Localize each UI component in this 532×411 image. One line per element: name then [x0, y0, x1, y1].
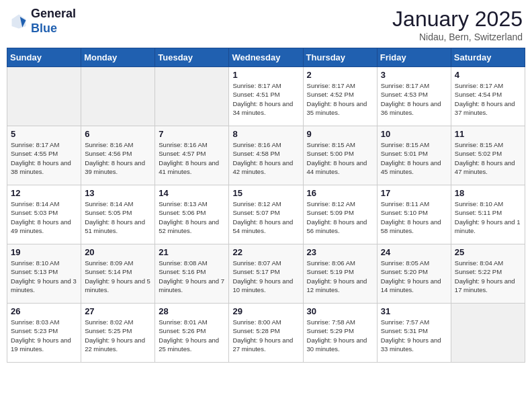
day-number: 27 — [85, 306, 151, 316]
day-info: Sunrise: 8:00 AM Sunset: 5:28 PM Dayligh… — [232, 318, 299, 353]
calendar-cell: 6Sunrise: 8:16 AM Sunset: 4:56 PM Daylig… — [81, 126, 155, 185]
day-info: Sunrise: 8:10 AM Sunset: 5:11 PM Dayligh… — [455, 199, 521, 235]
day-info: Sunrise: 8:04 AM Sunset: 5:22 PM Dayligh… — [455, 259, 521, 294]
day-number: 21 — [159, 247, 225, 257]
calendar-cell: 4Sunrise: 8:17 AM Sunset: 4:54 PM Daylig… — [451, 67, 525, 126]
day-number: 9 — [307, 129, 373, 139]
day-info: Sunrise: 8:16 AM Sunset: 4:57 PM Dayligh… — [159, 140, 225, 176]
calendar-cell — [81, 67, 155, 126]
calendar-cell: 7Sunrise: 8:16 AM Sunset: 4:57 PM Daylig… — [155, 126, 229, 185]
day-of-week-header: Monday — [81, 48, 155, 67]
calendar-week-row: 12Sunrise: 8:14 AM Sunset: 5:03 PM Dayli… — [7, 185, 525, 244]
day-info: Sunrise: 8:08 AM Sunset: 5:16 PM Dayligh… — [159, 259, 225, 294]
page-header: General Blue January 2025 Nidau, Bern, S… — [7, 7, 525, 42]
calendar-cell: 18Sunrise: 8:10 AM Sunset: 5:11 PM Dayli… — [451, 185, 525, 244]
day-info: Sunrise: 8:17 AM Sunset: 4:51 PM Dayligh… — [232, 81, 299, 117]
calendar-cell: 15Sunrise: 8:12 AM Sunset: 5:07 PM Dayli… — [229, 185, 303, 244]
calendar-cell: 19Sunrise: 8:10 AM Sunset: 5:13 PM Dayli… — [7, 244, 81, 304]
day-info: Sunrise: 8:17 AM Sunset: 4:54 PM Dayligh… — [455, 81, 521, 117]
day-info: Sunrise: 8:17 AM Sunset: 4:53 PM Dayligh… — [381, 81, 447, 117]
day-number: 6 — [85, 129, 151, 139]
calendar-cell: 5Sunrise: 8:17 AM Sunset: 4:55 PM Daylig… — [7, 126, 81, 185]
location: Nidau, Bern, Switzerland — [392, 32, 523, 42]
day-info: Sunrise: 8:16 AM Sunset: 4:58 PM Dayligh… — [232, 140, 299, 176]
day-number: 10 — [381, 129, 447, 139]
calendar-cell: 24Sunrise: 8:05 AM Sunset: 5:20 PM Dayli… — [377, 244, 451, 304]
day-number: 19 — [11, 247, 77, 257]
calendar-cell: 22Sunrise: 8:07 AM Sunset: 5:17 PM Dayli… — [229, 244, 303, 304]
day-number: 12 — [11, 188, 77, 198]
calendar-cell: 25Sunrise: 8:04 AM Sunset: 5:22 PM Dayli… — [451, 244, 525, 304]
day-number: 16 — [307, 188, 373, 198]
calendar-cell: 20Sunrise: 8:09 AM Sunset: 5:14 PM Dayli… — [81, 244, 155, 304]
calendar-cell: 16Sunrise: 8:12 AM Sunset: 5:09 PM Dayli… — [303, 185, 377, 244]
day-of-week-header: Wednesday — [229, 48, 303, 67]
calendar-cell — [155, 67, 229, 126]
title-block: January 2025 Nidau, Bern, Switzerland — [392, 7, 523, 42]
calendar-cell: 23Sunrise: 8:06 AM Sunset: 5:19 PM Dayli… — [303, 244, 377, 304]
day-number: 20 — [85, 247, 151, 257]
calendar-body: 1Sunrise: 8:17 AM Sunset: 4:51 PM Daylig… — [7, 67, 525, 363]
calendar-cell: 30Sunrise: 7:58 AM Sunset: 5:29 PM Dayli… — [303, 304, 377, 363]
day-of-week-header: Saturday — [451, 48, 525, 67]
day-info: Sunrise: 8:13 AM Sunset: 5:06 PM Dayligh… — [159, 199, 225, 235]
calendar-cell: 21Sunrise: 8:08 AM Sunset: 5:16 PM Dayli… — [155, 244, 229, 304]
day-number: 28 — [159, 306, 225, 316]
calendar-cell: 8Sunrise: 8:16 AM Sunset: 4:58 PM Daylig… — [229, 126, 303, 185]
day-number: 23 — [307, 247, 373, 257]
day-number: 5 — [11, 129, 77, 139]
calendar-cell: 14Sunrise: 8:13 AM Sunset: 5:06 PM Dayli… — [155, 185, 229, 244]
calendar-cell: 12Sunrise: 8:14 AM Sunset: 5:03 PM Dayli… — [7, 185, 81, 244]
day-number: 26 — [11, 306, 77, 316]
day-info: Sunrise: 8:09 AM Sunset: 5:14 PM Dayligh… — [85, 259, 151, 294]
day-number: 22 — [232, 247, 299, 257]
calendar-cell: 26Sunrise: 8:03 AM Sunset: 5:23 PM Dayli… — [7, 304, 81, 363]
calendar-week-row: 26Sunrise: 8:03 AM Sunset: 5:23 PM Dayli… — [7, 304, 525, 363]
day-info: Sunrise: 8:12 AM Sunset: 5:07 PM Dayligh… — [232, 199, 299, 235]
day-number: 17 — [381, 188, 447, 198]
calendar-cell: 9Sunrise: 8:15 AM Sunset: 5:00 PM Daylig… — [303, 126, 377, 185]
calendar-header: SundayMondayTuesdayWednesdayThursdayFrid… — [7, 48, 525, 67]
day-info: Sunrise: 8:14 AM Sunset: 5:03 PM Dayligh… — [11, 199, 77, 235]
calendar-week-row: 5Sunrise: 8:17 AM Sunset: 4:55 PM Daylig… — [7, 126, 525, 185]
calendar-cell — [451, 304, 525, 363]
day-number: 25 — [455, 247, 521, 257]
day-info: Sunrise: 8:15 AM Sunset: 5:00 PM Dayligh… — [307, 140, 373, 176]
calendar-week-row: 19Sunrise: 8:10 AM Sunset: 5:13 PM Dayli… — [7, 244, 525, 304]
calendar-cell: 17Sunrise: 8:11 AM Sunset: 5:10 PM Dayli… — [377, 185, 451, 244]
day-info: Sunrise: 8:07 AM Sunset: 5:17 PM Dayligh… — [232, 259, 299, 294]
calendar-cell: 1Sunrise: 8:17 AM Sunset: 4:51 PM Daylig… — [229, 67, 303, 126]
day-info: Sunrise: 8:16 AM Sunset: 4:56 PM Dayligh… — [85, 140, 151, 176]
day-number: 11 — [455, 129, 521, 139]
calendar-cell: 29Sunrise: 8:00 AM Sunset: 5:28 PM Dayli… — [229, 304, 303, 363]
day-of-week-header: Sunday — [7, 48, 81, 67]
logo-icon — [9, 12, 28, 31]
day-info: Sunrise: 8:15 AM Sunset: 5:01 PM Dayligh… — [381, 140, 447, 176]
day-info: Sunrise: 7:57 AM Sunset: 5:31 PM Dayligh… — [381, 318, 447, 353]
day-number: 14 — [159, 188, 225, 198]
calendar-cell: 2Sunrise: 8:17 AM Sunset: 4:52 PM Daylig… — [303, 67, 377, 126]
day-number: 1 — [232, 70, 299, 80]
calendar-cell: 28Sunrise: 8:01 AM Sunset: 5:26 PM Dayli… — [155, 304, 229, 363]
day-info: Sunrise: 8:15 AM Sunset: 5:02 PM Dayligh… — [455, 140, 521, 176]
day-info: Sunrise: 8:17 AM Sunset: 4:52 PM Dayligh… — [307, 81, 373, 117]
day-of-week-header: Thursday — [303, 48, 377, 67]
calendar-cell: 10Sunrise: 8:15 AM Sunset: 5:01 PM Dayli… — [377, 126, 451, 185]
day-number: 2 — [307, 70, 373, 80]
logo-blue: Blue — [31, 21, 76, 36]
logo-general: General — [31, 7, 76, 21]
day-of-week-header: Tuesday — [155, 48, 229, 67]
day-info: Sunrise: 8:05 AM Sunset: 5:20 PM Dayligh… — [381, 259, 447, 294]
day-number: 13 — [85, 188, 151, 198]
day-number: 15 — [232, 188, 299, 198]
day-info: Sunrise: 7:58 AM Sunset: 5:29 PM Dayligh… — [307, 318, 373, 353]
day-number: 31 — [381, 306, 447, 316]
day-info: Sunrise: 8:11 AM Sunset: 5:10 PM Dayligh… — [381, 199, 447, 235]
day-info: Sunrise: 8:12 AM Sunset: 5:09 PM Dayligh… — [307, 199, 373, 235]
calendar-cell — [7, 67, 81, 126]
calendar-week-row: 1Sunrise: 8:17 AM Sunset: 4:51 PM Daylig… — [7, 67, 525, 126]
day-info: Sunrise: 8:01 AM Sunset: 5:26 PM Dayligh… — [159, 318, 225, 353]
calendar-cell: 13Sunrise: 8:14 AM Sunset: 5:05 PM Dayli… — [81, 185, 155, 244]
day-number: 18 — [455, 188, 521, 198]
logo: General Blue — [9, 7, 76, 36]
